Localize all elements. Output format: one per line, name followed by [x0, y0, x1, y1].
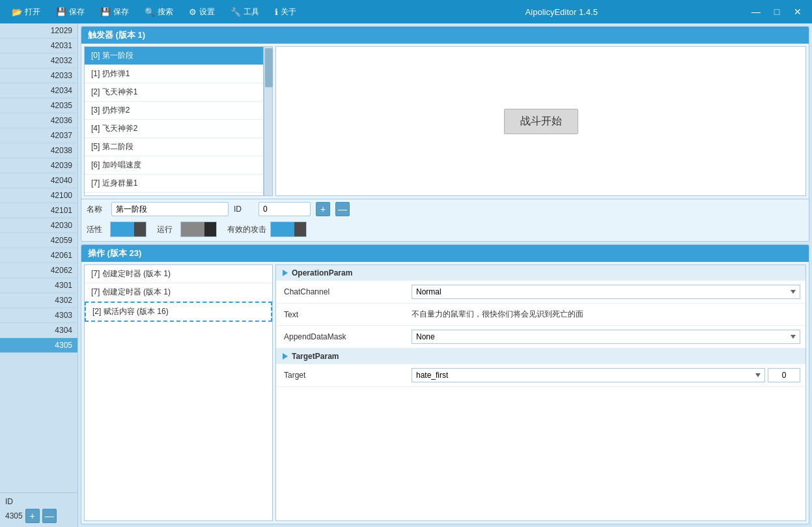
menu-about[interactable]: ℹ关于 [268, 4, 303, 20]
minimize-button[interactable]: — [747, 4, 765, 20]
sidebar-item-42037[interactable]: 42037 [0, 128, 77, 143]
append-data-mask-select-area: None [406, 328, 805, 345]
chat-channel-select[interactable]: Normal [412, 285, 800, 299]
trigger-item-4[interactable]: [4] 飞天神斧2 [85, 120, 263, 138]
sidebar-item-4301[interactable]: 4301 [0, 278, 77, 293]
append-data-mask-label: AppendDataMask [276, 330, 406, 344]
trigger-scrollbar-thumb[interactable] [265, 48, 273, 87]
append-data-mask-value: None [416, 332, 435, 341]
menu-settings[interactable]: ⚙设置 [182, 4, 221, 20]
sidebar-item-42036[interactable]: 42036 [0, 113, 77, 128]
text-label: Text [276, 307, 406, 322]
trigger-props-row: 活性 运行 有效的攻击 [81, 219, 809, 241]
trigger-name-input[interactable] [111, 202, 229, 216]
trigger-panel: 触发器 (版本 1) [0] 第一阶段[1] 扔炸弹1[2] 飞天神斧1[3] … [81, 26, 809, 242]
trigger-item-2[interactable]: [2] 飞天神斧1 [85, 83, 263, 102]
trigger-id-add-button[interactable]: + [316, 202, 330, 216]
target-num-input[interactable]: 0 [768, 368, 800, 382]
active-toggle[interactable] [110, 221, 147, 237]
append-data-mask-row: AppendDataMask None [276, 326, 805, 349]
chat-channel-arrow-icon [791, 290, 796, 294]
trigger-preview: 战斗开始 [275, 46, 806, 196]
sidebar-item-42062[interactable]: 42062 [0, 263, 77, 278]
menu-search[interactable]: 🔍搜索 [138, 4, 180, 20]
trigger-item-5[interactable]: [5] 第二阶段 [85, 138, 263, 156]
sidebar-item-42033[interactable]: 42033 [0, 68, 77, 83]
run-toggle-dark [204, 222, 216, 236]
action-item-2[interactable]: [2] 赋活内容 (版本 16) [85, 302, 272, 322]
sidebar-item-42030[interactable]: 42030 [0, 218, 77, 233]
sidebar-add-button[interactable]: + [25, 509, 40, 523]
validhit-toggle-dark [294, 222, 306, 236]
target-param-title: TargetParam [292, 352, 339, 361]
trigger-item-0[interactable]: [0] 第一阶段 [85, 47, 263, 65]
battle-start-button[interactable]: 战斗开始 [504, 109, 578, 134]
validhit-toggle[interactable] [270, 221, 307, 237]
maximize-button[interactable]: □ [768, 4, 786, 20]
validhit-group: 有效的攻击 [227, 221, 307, 237]
active-label: 活性 [87, 224, 106, 235]
sidebar-item-4304[interactable]: 4304 [0, 323, 77, 338]
active-group: 活性 [87, 221, 147, 237]
target-select[interactable]: hate_first [412, 368, 765, 382]
validhit-label: 有效的攻击 [227, 224, 266, 235]
trigger-name-label: 名称 [87, 204, 106, 215]
trigger-scrollbar[interactable] [264, 46, 273, 196]
title-bar: 📂打开💾保存💾保存🔍搜索⚙设置🔧工具ℹ关于 AipolicyEditor 1.4… [0, 0, 812, 23]
sidebar-item-42038[interactable]: 42038 [0, 143, 77, 158]
sidebar-item-42039[interactable]: 42039 [0, 158, 77, 173]
sidebar-item-42100[interactable]: 42100 [0, 188, 77, 203]
validhit-toggle-blue [271, 222, 294, 236]
chat-channel-row: ChatChannel Normal [276, 281, 805, 304]
run-group: 运行 [157, 221, 217, 237]
sidebar-remove-button[interactable]: — [42, 509, 57, 523]
trigger-id-remove-button[interactable]: — [335, 202, 350, 216]
menu-save1[interactable]: 💾保存 [49, 4, 91, 20]
menu-save2[interactable]: 💾保存 [94, 4, 135, 20]
trigger-content: [0] 第一阶段[1] 扔炸弹1[2] 飞天神斧1[3] 扔炸弹2[4] 飞天神… [81, 44, 809, 199]
sidebar-item-42031[interactable]: 42031 [0, 38, 77, 53]
run-toggle-gray [181, 222, 204, 236]
menu-bar: 📂打开💾保存💾保存🔍搜索⚙设置🔧工具ℹ关于 [5, 4, 376, 20]
menu-tools[interactable]: 🔧工具 [224, 4, 266, 20]
trigger-item-3[interactable]: [3] 扔炸弹2 [85, 102, 263, 120]
actions-list: [7] 创建定时器 (版本 1)[7] 创建定时器 (版本 1)[2] 赋活内容… [84, 264, 273, 521]
trigger-item-1[interactable]: [1] 扔炸弹1 [85, 65, 263, 83]
sidebar-item-4305[interactable]: 4305 [0, 338, 77, 353]
menu-open[interactable]: 📂打开 [5, 4, 47, 20]
operation-param-triangle [283, 270, 288, 276]
trigger-id-input[interactable] [259, 202, 311, 216]
app-title: AipolicyEditor 1.4.5 [376, 7, 748, 17]
actions-panel: 操作 (版本 23) [7] 创建定时器 (版本 1)[7] 创建定时器 (版本… [81, 244, 809, 524]
content-area: 触发器 (版本 1) [0] 第一阶段[1] 扔炸弹1[2] 飞天神斧1[3] … [78, 23, 812, 527]
sidebar-item-4302[interactable]: 4302 [0, 293, 77, 308]
close-button[interactable]: ✕ [789, 4, 807, 20]
sidebar-item-42035[interactable]: 42035 [0, 98, 77, 113]
chat-channel-value: Normal [416, 287, 441, 296]
trigger-list: [0] 第一阶段[1] 扔炸弹1[2] 飞天神斧1[3] 扔炸弹2[4] 飞天神… [84, 46, 264, 196]
trigger-item-7[interactable]: [7] 近身群量1 [85, 175, 263, 193]
sidebar-item-42040[interactable]: 42040 [0, 173, 77, 188]
sidebar-list: 1202942031420324203342034420354203642037… [0, 23, 77, 492]
actions-list-area: [7] 创建定时器 (版本 1)[7] 创建定时器 (版本 1)[2] 赋活内容… [84, 264, 273, 521]
action-item-1[interactable]: [7] 创建定时器 (版本 1) [85, 283, 272, 302]
sidebar-item-12029[interactable]: 12029 [0, 23, 77, 38]
action-item-0[interactable]: [7] 创建定时器 (版本 1) [85, 265, 272, 283]
sidebar-item-4303[interactable]: 4303 [0, 308, 77, 323]
append-data-mask-select[interactable]: None [412, 330, 800, 344]
run-toggle[interactable] [180, 221, 217, 237]
target-select-area: hate_first 0 [406, 367, 805, 384]
sidebar-item-42034[interactable]: 42034 [0, 83, 77, 98]
append-data-mask-arrow-icon [791, 335, 796, 339]
sidebar-item-42061[interactable]: 42061 [0, 248, 77, 263]
target-arrow-icon [755, 373, 761, 377]
trigger-list-area: [0] 第一阶段[1] 扔炸弹1[2] 飞天神斧1[3] 扔炸弹2[4] 飞天神… [84, 46, 273, 196]
trigger-item-6[interactable]: [6] 加吟唱速度 [85, 156, 263, 175]
sidebar-item-42101[interactable]: 42101 [0, 203, 77, 218]
target-param-triangle [283, 353, 288, 360]
target-value: hate_first [416, 371, 448, 380]
window-controls: — □ ✕ [747, 4, 807, 20]
sidebar-item-42032[interactable]: 42032 [0, 53, 77, 68]
sidebar-item-42059[interactable]: 42059 [0, 233, 77, 248]
actions-panel-header: 操作 (版本 23) [81, 245, 809, 262]
